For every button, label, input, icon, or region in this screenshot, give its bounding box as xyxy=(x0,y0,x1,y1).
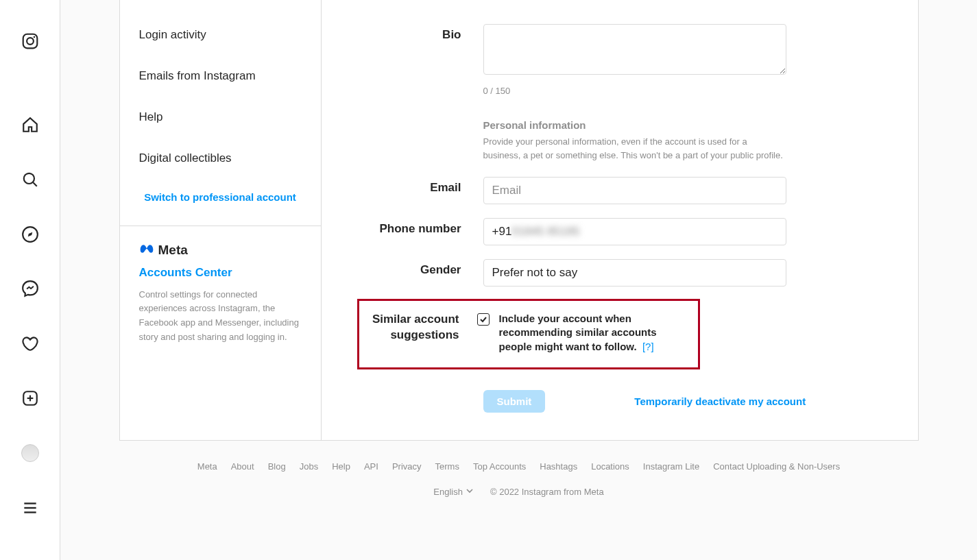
form-area: app and edit your profile to change the … xyxy=(322,0,918,440)
similar-account-text: Include your account when recommending s… xyxy=(499,312,690,354)
footer-link[interactable]: Privacy xyxy=(392,461,422,472)
svg-point-3 xyxy=(23,173,34,183)
submit-button[interactable]: Submit xyxy=(483,390,546,413)
svg-rect-0 xyxy=(23,34,37,49)
similar-account-help-link[interactable]: [?] xyxy=(642,341,654,352)
footer-link[interactable]: Blog xyxy=(268,461,286,472)
meta-accounts-center-block: Meta Accounts Center Control settings fo… xyxy=(120,226,321,364)
phone-input[interactable]: +91 01845 85185 xyxy=(483,218,786,245)
similar-account-suggestions-box: Similar account suggestions Include your… xyxy=(357,299,700,369)
menu-supervision[interactable]: Supervision xyxy=(120,0,321,14)
notifications-icon[interactable] xyxy=(14,327,47,360)
personal-info-title: Personal information xyxy=(483,119,786,131)
footer-link[interactable]: API xyxy=(364,461,378,472)
messages-icon[interactable] xyxy=(14,273,47,306)
copyright-text: © 2022 Instagram from Meta xyxy=(490,487,604,497)
phone-prefix: +91 xyxy=(492,225,512,239)
bio-textarea[interactable] xyxy=(483,24,786,75)
phone-label: Phone number xyxy=(322,218,483,245)
similar-account-checkbox[interactable] xyxy=(477,313,490,326)
create-icon[interactable] xyxy=(14,382,47,415)
footer-link[interactable]: Contact Uploading & Non-Users xyxy=(713,461,840,472)
accounts-center-link[interactable]: Accounts Center xyxy=(139,266,302,280)
chevron-down-icon xyxy=(466,487,474,497)
settings-card: Supervision Login activity Emails from I… xyxy=(119,0,919,441)
accounts-center-desc: Control settings for connected experienc… xyxy=(139,288,302,345)
bio-char-count: 0 / 150 xyxy=(483,86,786,96)
footer-links: Meta About Blog Jobs Help API Privacy Te… xyxy=(119,461,919,472)
bio-label: Bio xyxy=(322,24,483,96)
meta-logo-icon xyxy=(139,244,154,256)
menu-digital-collectibles[interactable]: Digital collectibles xyxy=(120,138,321,179)
meta-brand-text: Meta xyxy=(158,243,188,258)
svg-point-2 xyxy=(33,36,35,38)
footer-link[interactable]: Help xyxy=(332,461,350,472)
explore-icon[interactable] xyxy=(14,218,47,251)
switch-to-professional-link[interactable]: Switch to professional account xyxy=(120,179,321,226)
footer-link[interactable]: About xyxy=(231,461,254,472)
home-icon[interactable] xyxy=(14,108,47,141)
footer-link[interactable]: Top Accounts xyxy=(473,461,526,472)
similar-account-label: Similar account suggestions xyxy=(367,312,477,343)
settings-menu: Supervision Login activity Emails from I… xyxy=(120,0,322,440)
footer: Meta About Blog Jobs Help API Privacy Te… xyxy=(119,441,919,524)
menu-login-activity[interactable]: Login activity xyxy=(120,14,321,56)
language-selector[interactable]: English xyxy=(433,487,474,497)
gender-input[interactable] xyxy=(483,259,786,287)
svg-marker-6 xyxy=(27,232,32,236)
search-icon[interactable] xyxy=(14,163,47,196)
menu-emails-from-instagram[interactable]: Emails from Instagram xyxy=(120,56,321,97)
instagram-logo-icon[interactable] xyxy=(14,25,47,58)
gender-label: Gender xyxy=(322,259,483,287)
deactivate-account-link[interactable]: Temporarily deactivate my account xyxy=(634,395,806,407)
footer-link[interactable]: Instagram Lite xyxy=(643,461,699,472)
svg-line-4 xyxy=(33,182,36,186)
nav-rail xyxy=(0,0,60,560)
personal-info-desc: Provide your personal information, even … xyxy=(483,135,786,164)
email-input[interactable] xyxy=(483,177,786,204)
footer-link[interactable]: Meta xyxy=(197,461,217,472)
svg-point-1 xyxy=(27,38,34,45)
menu-help[interactable]: Help xyxy=(120,97,321,138)
phone-number-blurred: 01845 85185 xyxy=(511,225,579,239)
menu-icon[interactable] xyxy=(14,491,47,524)
footer-link[interactable]: Hashtags xyxy=(540,461,577,472)
footer-link[interactable]: Jobs xyxy=(300,461,318,472)
profile-avatar[interactable] xyxy=(14,437,47,470)
email-label: Email xyxy=(322,177,483,204)
footer-link[interactable]: Locations xyxy=(591,461,629,472)
footer-link[interactable]: Terms xyxy=(435,461,459,472)
